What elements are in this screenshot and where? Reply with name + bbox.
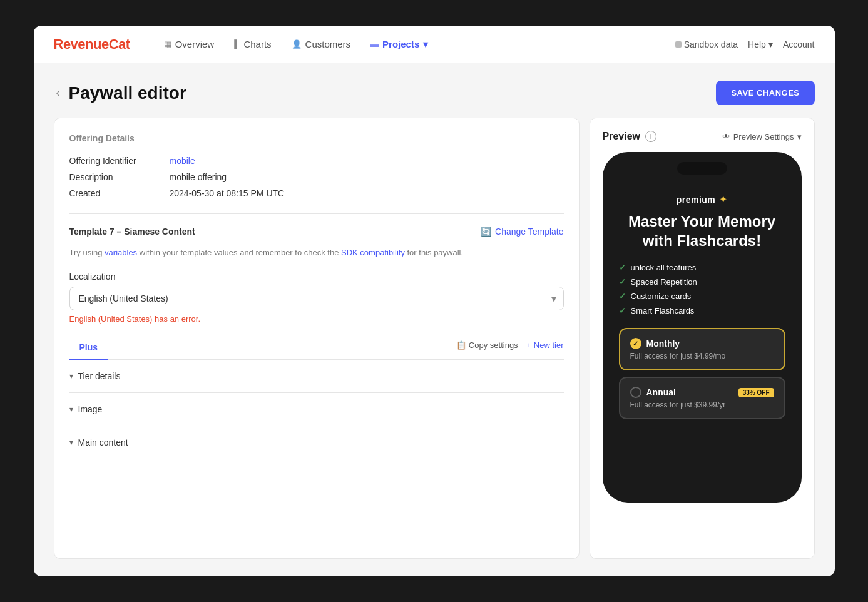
image-section[interactable]: ▾ Image [69, 393, 564, 426]
tier-tabs: Plus 📋 Copy settings + New tier [69, 336, 564, 360]
copy-settings-button[interactable]: 📋 Copy settings [456, 340, 518, 350]
monthly-radio-active: ✓ [630, 338, 641, 349]
divider-1 [69, 213, 564, 214]
paywall-title: Master Your Memory with Flashcards! [619, 212, 785, 250]
description-value: mobile offering [170, 172, 564, 182]
phone-mockup: premium ✦ Master Your Memory with Flashc… [603, 152, 802, 503]
badge-text: premium [677, 195, 716, 205]
nav-projects[interactable]: ▬ Projects ▾ [362, 35, 437, 54]
annual-plan-card[interactable]: Annual 33% OFF Full access for just $39.… [619, 377, 785, 419]
nav-customers[interactable]: 👤 Customers [283, 35, 360, 53]
identifier-value[interactable]: mobile [170, 156, 564, 166]
chevron-down-icon: ▾ [69, 405, 73, 414]
charts-icon: ▌ [234, 39, 240, 49]
star-icon: ✦ [719, 193, 727, 205]
premium-badge: premium ✦ [619, 193, 785, 205]
check-icon: ✓ [619, 292, 626, 301]
check-icon: ✓ [619, 263, 626, 272]
back-button[interactable]: ‹ [54, 84, 63, 102]
monthly-plan-desc: Full access for just $4.99/mo [630, 352, 774, 360]
change-template-button[interactable]: 🔄 Change Template [481, 227, 563, 237]
sdk-compat-link[interactable]: SDK compatibility [341, 248, 405, 257]
offering-details-grid: Offering Identifier mobile Description m… [69, 156, 564, 198]
nav-overview[interactable]: ▦ Overview [155, 35, 223, 53]
sandbox-icon [675, 41, 682, 48]
monthly-plan-card[interactable]: ✓ Monthly Full access for just $4.99/mo [619, 328, 785, 370]
tier-tab-plus[interactable]: Plus [69, 336, 108, 360]
page-header: ‹ Paywall editor SAVE CHANGES [54, 81, 815, 105]
annual-plan-badge: 33% OFF [738, 388, 774, 397]
tier-tab-actions: 📋 Copy settings + New tier [456, 340, 564, 355]
nav-right: Sandbox data Help ▾ Account [675, 39, 815, 49]
template-name: Template 7 – Siamese Content [69, 227, 195, 237]
overview-icon: ▦ [164, 39, 171, 49]
annual-plan-name: Annual [646, 387, 676, 397]
feature-item: ✓ Spaced Repetition [619, 277, 785, 287]
chevron-down-icon: ▾ [69, 438, 73, 447]
created-value: 2024-05-30 at 08:15 PM UTC [170, 188, 564, 198]
nav-charts[interactable]: ▌ Charts [225, 35, 280, 53]
localization-label: Localization [69, 272, 564, 282]
check-icon: ✓ [619, 277, 626, 287]
offering-section-title: Offering Details [69, 133, 564, 143]
account-menu[interactable]: Account [783, 39, 815, 49]
save-changes-button[interactable]: SAVE CHANGES [716, 81, 814, 105]
features-list: ✓ unlock all features ✓ Spaced Repetitio… [619, 263, 785, 315]
help-menu[interactable]: Help ▾ [748, 39, 773, 49]
sandbox-data[interactable]: Sandbox data [675, 39, 738, 49]
template-hint: Try using variables within your template… [69, 247, 564, 259]
annual-plan-desc: Full access for just $39.99/yr [630, 400, 774, 409]
logo: RevenueCat [54, 36, 130, 53]
right-panel: Preview i 👁 Preview Settings ▾ premium [590, 118, 815, 559]
main-content: ‹ Paywall editor SAVE CHANGES Offering D… [34, 63, 835, 576]
eye-icon: 👁 [722, 132, 730, 141]
refresh-icon: 🔄 [481, 227, 491, 237]
panels: Offering Details Offering Identifier mob… [54, 118, 815, 559]
main-content-section[interactable]: ▾ Main content [69, 426, 564, 459]
variables-link[interactable]: variables [105, 248, 137, 257]
feature-item: ✓ Customize cards [619, 292, 785, 301]
preview-settings-button[interactable]: 👁 Preview Settings ▾ [722, 132, 802, 141]
tier-details-section[interactable]: ▾ Tier details [69, 360, 564, 393]
info-icon[interactable]: i [645, 131, 656, 142]
feature-item: ✓ unlock all features [619, 263, 785, 272]
customers-icon: 👤 [292, 39, 302, 49]
page-title-group: ‹ Paywall editor [54, 83, 186, 103]
nav-links: ▦ Overview ▌ Charts 👤 Customers ▬ Projec… [155, 35, 675, 54]
localization-error: English (United States) has an error. [69, 314, 564, 324]
new-tier-button[interactable]: + New tier [527, 340, 564, 350]
projects-icon: ▬ [370, 39, 379, 49]
phone-notch [677, 162, 727, 175]
app-window: RevenueCat ▦ Overview ▌ Charts 👤 Custome… [34, 26, 835, 576]
identifier-label: Offering Identifier [69, 156, 170, 166]
preview-title: Preview [603, 131, 640, 142]
check-icon: ✓ [619, 306, 626, 315]
monthly-plan-name: Monthly [646, 339, 680, 349]
chevron-down-icon: ▾ [797, 132, 802, 141]
chevron-down-icon: ▾ [69, 372, 73, 380]
tier-tab-list: Plus [69, 336, 108, 359]
localization-select-wrapper: English (United States) ▾ [69, 287, 564, 310]
feature-item: ✓ Smart Flashcards [619, 306, 785, 315]
phone-content: premium ✦ Master Your Memory with Flashc… [609, 187, 795, 492]
left-panel: Offering Details Offering Identifier mob… [54, 118, 580, 559]
description-label: Description [69, 172, 170, 182]
localization-select[interactable]: English (United States) [69, 287, 564, 310]
preview-title-group: Preview i [603, 131, 656, 142]
created-label: Created [69, 188, 170, 198]
preview-header: Preview i 👁 Preview Settings ▾ [603, 131, 802, 142]
annual-radio-inactive [630, 387, 641, 398]
template-row: Template 7 – Siamese Content 🔄 Change Te… [69, 227, 564, 237]
copy-icon: 📋 [456, 340, 466, 350]
top-nav: RevenueCat ▦ Overview ▌ Charts 👤 Custome… [34, 26, 835, 63]
page-title: Paywall editor [69, 83, 186, 103]
